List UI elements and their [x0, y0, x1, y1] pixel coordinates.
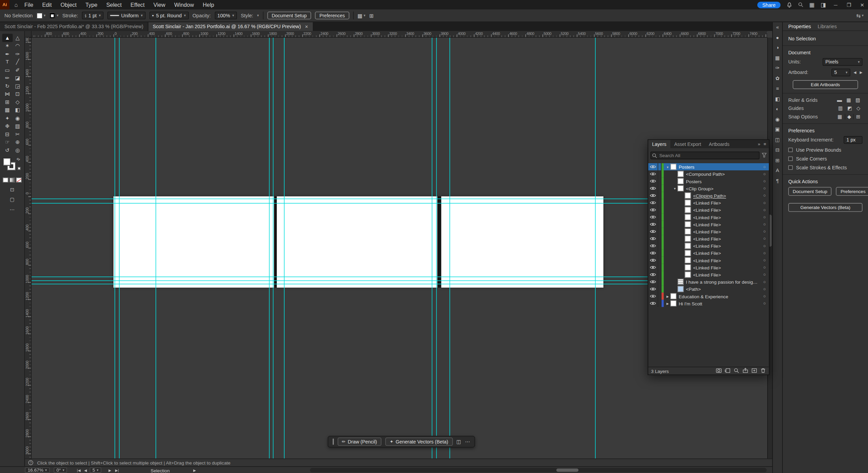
symbols-panel-icon[interactable]: ✿: [775, 76, 779, 81]
selection-tool[interactable]: ▲: [2, 34, 13, 42]
snap-to-pixel-icon[interactable]: ⊞: [853, 114, 863, 119]
layer-row[interactable]: ▶Hi I'm Scott○: [648, 300, 769, 307]
visibility-toggle[interactable]: [648, 271, 658, 278]
swap-fill-stroke-icon[interactable]: ⇄: [16, 156, 21, 162]
layer-row[interactable]: ▼<Clip Group>○: [648, 185, 769, 192]
none-button[interactable]: [16, 177, 21, 183]
style-select[interactable]: ▾: [257, 13, 259, 18]
share-button[interactable]: Share: [757, 1, 781, 8]
visibility-toggle[interactable]: [648, 192, 658, 199]
layer-row[interactable]: <Clipping Path>○: [648, 192, 769, 199]
menu-object[interactable]: Object: [60, 2, 76, 8]
target-circle[interactable]: ○: [760, 179, 769, 184]
visibility-toggle[interactable]: [648, 264, 658, 271]
filter-icon[interactable]: [762, 152, 767, 158]
layer-row[interactable]: <Linked File>○: [648, 228, 769, 235]
color-button[interactable]: [3, 177, 8, 183]
target-circle[interactable]: ○: [760, 286, 769, 291]
fill-color-control[interactable]: ▾: [37, 13, 46, 19]
document-setup-button[interactable]: Document Setup: [788, 187, 832, 196]
screen-mode-icon[interactable]: ▢: [7, 197, 17, 202]
target-circle[interactable]: ○: [760, 236, 769, 241]
guide-vertical[interactable]: [450, 38, 450, 459]
lasso-tool[interactable]: ◠: [13, 42, 23, 50]
guide-vertical[interactable]: [595, 38, 596, 459]
home-icon[interactable]: ⌂: [14, 2, 18, 8]
stroke-color-control[interactable]: ▾: [50, 13, 59, 19]
asset-export-panel-icon[interactable]: ⊞: [775, 157, 779, 163]
gradient-button[interactable]: [10, 177, 15, 183]
target-circle[interactable]: ○: [760, 258, 769, 263]
horizontal-ruler[interactable]: 8006004002000200400600800100012001400160…: [32, 31, 767, 38]
visibility-toggle[interactable]: [648, 177, 658, 185]
target-circle[interactable]: ○: [760, 272, 769, 277]
tab-artboards[interactable]: Artboards: [705, 140, 734, 148]
layer-row[interactable]: ▶Education & Experience○: [648, 292, 769, 300]
target-circle[interactable]: ○: [760, 207, 769, 212]
swatches-panel-icon[interactable]: ▦: [775, 55, 780, 60]
stroke-weight-stepper[interactable]: ▴▾1 pt▾: [82, 12, 103, 19]
transform-options-icon[interactable]: ▦▾: [358, 13, 365, 19]
make-clip-mask-icon[interactable]: [716, 367, 722, 374]
menu-window[interactable]: Window: [174, 2, 194, 8]
pen-tool[interactable]: ✒: [2, 50, 13, 58]
layer-row[interactable]: <Linked File>○: [648, 199, 769, 206]
tab-libraries[interactable]: Libraries: [818, 23, 837, 29]
snap-options-icon[interactable]: ⊞: [369, 13, 374, 19]
guide-vertical[interactable]: [436, 38, 437, 459]
lock-toggle[interactable]: [658, 257, 662, 264]
edit-toolbar-icon[interactable]: ⋯: [7, 207, 17, 212]
opacity-select[interactable]: 100%▾: [215, 12, 237, 19]
visibility-toggle[interactable]: [648, 278, 658, 285]
stroke-panel-icon[interactable]: ≡: [776, 86, 779, 91]
visibility-toggle[interactable]: [648, 249, 658, 257]
guide-vertical[interactable]: [273, 38, 274, 459]
lock-toggle[interactable]: [658, 199, 662, 206]
symbol-sprayer-tool[interactable]: ❉: [2, 122, 13, 130]
taskbar-more-icon[interactable]: ⋯: [465, 439, 470, 444]
guide-vertical[interactable]: [156, 38, 156, 459]
guide-vertical[interactable]: [269, 38, 270, 459]
visibility-toggle[interactable]: [648, 235, 658, 242]
character-panel-icon[interactable]: A: [776, 168, 779, 173]
lock-toggle[interactable]: [658, 185, 662, 192]
curvature-tool[interactable]: ✑: [13, 50, 23, 58]
generate-vectors-button[interactable]: ✦Generate Vectors (Beta): [385, 437, 453, 446]
preferences-button[interactable]: Preferences: [836, 187, 868, 196]
minimize-button[interactable]: ─: [832, 2, 839, 7]
expand-arrow-icon[interactable]: ▶: [665, 302, 670, 305]
search-icon[interactable]: [798, 2, 803, 7]
first-artboard-button[interactable]: |◀: [77, 468, 81, 473]
lock-toggle[interactable]: [658, 177, 662, 185]
free-transform-tool[interactable]: ⊡: [13, 90, 23, 98]
lock-toggle[interactable]: [658, 192, 662, 199]
new-sublayer-icon[interactable]: [725, 367, 731, 374]
scale-tool[interactable]: ◲: [13, 82, 23, 90]
width-tool[interactable]: ⋈: [2, 90, 13, 98]
eraser-tool[interactable]: ◪: [13, 74, 23, 82]
collect-for-export-icon[interactable]: [742, 367, 748, 374]
layer-row[interactable]: <Linked File>○: [648, 249, 769, 257]
lock-toggle[interactable]: [658, 228, 662, 235]
color-guide-panel-icon[interactable]: ◑: [776, 45, 779, 50]
show-grid-icon[interactable]: ▦: [844, 97, 853, 103]
expand-arrow-icon[interactable]: ▼: [665, 165, 670, 169]
document-tab-feb-portfolio[interactable]: Scott Sinclair - Feb 2025 Portfolio.ai* …: [0, 22, 148, 31]
layer-row[interactable]: <Path>○: [648, 285, 769, 292]
show-rulers-icon[interactable]: ▬: [835, 97, 844, 103]
scale-corners-checkbox[interactable]: Scale Corners: [788, 156, 862, 162]
lock-toggle[interactable]: [658, 285, 662, 292]
previous-artboard-button[interactable]: ◀: [84, 468, 87, 473]
expand-arrow-icon[interactable]: ▶: [665, 295, 670, 298]
target-circle[interactable]: ○: [760, 229, 769, 234]
menu-effect[interactable]: Effect: [130, 2, 144, 8]
transparency-panel-icon[interactable]: ◐: [776, 106, 779, 112]
target-circle[interactable]: ○: [760, 250, 769, 256]
type-tool[interactable]: T: [2, 58, 13, 66]
preferences-button[interactable]: Preferences: [315, 12, 349, 19]
show-transparency-grid-icon[interactable]: ▨: [853, 97, 863, 103]
default-fill-stroke-icon[interactable]: [18, 167, 20, 170]
bell-icon[interactable]: [787, 2, 792, 7]
layer-row[interactable]: <Linked File>○: [648, 242, 769, 249]
magic-wand-tool[interactable]: ✶: [2, 42, 13, 50]
